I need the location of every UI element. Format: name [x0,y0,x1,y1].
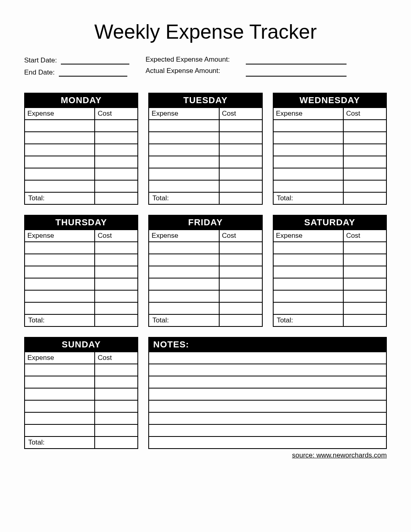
cost-cell[interactable] [95,364,138,376]
expense-cell[interactable] [25,156,95,168]
expense-cell[interactable] [25,400,95,412]
notes-line[interactable] [149,412,386,424]
expense-cell[interactable] [149,180,219,192]
expense-cell[interactable] [273,156,343,168]
expense-cell[interactable] [149,132,219,144]
total-value[interactable] [95,192,138,204]
expense-cell[interactable] [149,120,219,132]
expense-cell[interactable] [273,242,343,254]
cost-cell[interactable] [219,168,262,180]
expense-cell[interactable] [273,144,343,156]
actual-amount-input[interactable] [246,68,347,77]
notes-line[interactable] [149,376,386,388]
expense-cell[interactable] [149,156,219,168]
cost-cell[interactable] [95,376,138,388]
cost-cell[interactable] [95,388,138,400]
total-value[interactable] [343,192,386,204]
cost-cell[interactable] [219,278,262,290]
notes-line[interactable] [149,388,386,400]
expense-cell[interactable] [149,278,219,290]
expense-cell[interactable] [273,254,343,266]
expense-cell[interactable] [149,302,219,314]
cost-cell[interactable] [95,156,138,168]
expense-cell[interactable] [25,388,95,400]
cost-cell[interactable] [95,242,138,254]
expense-cell[interactable] [273,120,343,132]
cost-cell[interactable] [219,302,262,314]
expense-cell[interactable] [273,302,343,314]
total-value[interactable] [95,314,138,326]
expense-cell[interactable] [25,278,95,290]
expense-cell[interactable] [273,266,343,278]
expense-cell[interactable] [25,168,95,180]
expense-cell[interactable] [149,168,219,180]
cost-cell[interactable] [343,132,386,144]
cost-cell[interactable] [219,180,262,192]
expense-cell[interactable] [25,254,95,266]
cost-cell[interactable] [343,290,386,302]
expense-cell[interactable] [25,376,95,388]
cost-cell[interactable] [95,278,138,290]
cost-cell[interactable] [219,156,262,168]
cost-cell[interactable] [95,132,138,144]
expense-cell[interactable] [25,242,95,254]
expense-cell[interactable] [273,278,343,290]
cost-cell[interactable] [219,254,262,266]
cost-cell[interactable] [95,290,138,302]
cost-cell[interactable] [219,266,262,278]
cost-cell[interactable] [95,120,138,132]
cost-cell[interactable] [95,302,138,314]
expense-cell[interactable] [25,290,95,302]
expense-cell[interactable] [25,120,95,132]
cost-cell[interactable] [95,168,138,180]
cost-cell[interactable] [95,400,138,412]
cost-cell[interactable] [219,144,262,156]
expense-cell[interactable] [273,168,343,180]
cost-cell[interactable] [219,242,262,254]
expense-cell[interactable] [273,290,343,302]
expense-cell[interactable] [25,364,95,376]
end-date-input[interactable] [59,68,127,77]
notes-line[interactable] [149,436,386,449]
cost-cell[interactable] [343,278,386,290]
cost-cell[interactable] [343,254,386,266]
total-value[interactable] [343,314,386,326]
expense-cell[interactable] [25,180,95,192]
cost-cell[interactable] [95,266,138,278]
cost-cell[interactable] [343,180,386,192]
cost-cell[interactable] [219,120,262,132]
cost-cell[interactable] [343,302,386,314]
expense-cell[interactable] [25,266,95,278]
cost-cell[interactable] [95,424,138,436]
cost-cell[interactable] [95,144,138,156]
expense-cell[interactable] [149,266,219,278]
cost-cell[interactable] [95,180,138,192]
cost-cell[interactable] [343,144,386,156]
expense-cell[interactable] [149,242,219,254]
notes-line[interactable] [149,352,386,364]
total-value[interactable] [219,314,262,326]
expense-cell[interactable] [149,290,219,302]
expense-cell[interactable] [273,180,343,192]
cost-cell[interactable] [343,168,386,180]
expense-cell[interactable] [149,254,219,266]
total-value[interactable] [219,192,262,204]
start-date-input[interactable] [61,56,129,64]
cost-cell[interactable] [219,290,262,302]
cost-cell[interactable] [95,412,138,424]
cost-cell[interactable] [343,120,386,132]
expense-cell[interactable] [149,144,219,156]
expected-amount-input[interactable] [246,56,347,64]
notes-line[interactable] [149,364,386,376]
cost-cell[interactable] [343,242,386,254]
expense-cell[interactable] [25,424,95,436]
expense-cell[interactable] [25,144,95,156]
cost-cell[interactable] [219,132,262,144]
expense-cell[interactable] [273,132,343,144]
expense-cell[interactable] [25,132,95,144]
total-value[interactable] [95,436,138,449]
notes-line[interactable] [149,400,386,412]
expense-cell[interactable] [25,412,95,424]
cost-cell[interactable] [95,254,138,266]
cost-cell[interactable] [343,156,386,168]
